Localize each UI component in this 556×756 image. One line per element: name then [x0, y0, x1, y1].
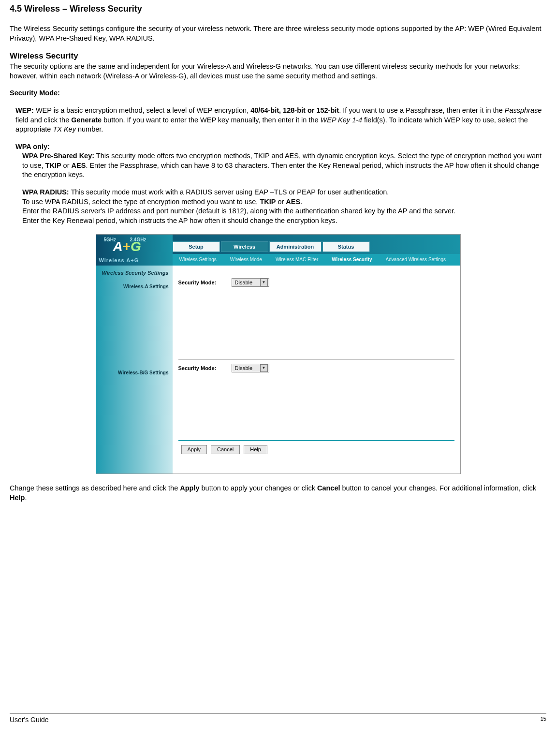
intro-paragraph: The Wireless Security settings configure… [10, 24, 546, 43]
text: . Enter the Passphrase, which can have 8… [22, 162, 539, 179]
text: or [61, 162, 72, 169]
page-footer: User's Guide 15 [10, 713, 546, 725]
wep-paragraph: WEP: WEP is a basic encryption method, s… [15, 106, 546, 134]
security-mode-a-select[interactable]: Disable ▼ [232, 278, 269, 287]
cancel-bold: Cancel [317, 484, 340, 492]
text: To use WPA RADIUS, select the type of en… [22, 198, 260, 206]
logo-g: G [131, 239, 141, 254]
logo-a: A [113, 239, 123, 254]
router-screenshot: 5GHz 2.4GHz A+G Wireless A+G Setup Wirel… [96, 234, 461, 474]
wireless-bg-settings-label: Wireless-B/G Settings [96, 370, 173, 376]
chevron-down-icon: ▼ [260, 279, 268, 286]
wpa-radius-label: WPA RADIUS: [22, 188, 69, 196]
text: Change these settings as described here … [10, 484, 180, 492]
tab-setup[interactable]: Setup [173, 241, 220, 252]
right-column: Security Mode: Disable ▼ Security Mode: … [173, 266, 460, 474]
text: WEP is a basic encryption method, select… [34, 106, 250, 114]
text: button. If you want to enter the WEP key… [102, 116, 320, 124]
passphrase-italic: Passphrase [505, 106, 542, 114]
button-bar: Apply Cancel Help [178, 440, 454, 459]
wpa-psk-label: WPA Pre-Shared Key: [22, 152, 94, 160]
footer-guide: User's Guide [10, 715, 48, 725]
screenshot-header: 5GHz 2.4GHz A+G Wireless A+G Setup Wirel… [96, 235, 460, 266]
logo-plus: + [123, 239, 131, 254]
text: button to cancel your changes. For addit… [340, 484, 536, 492]
left-column: Wireless Security Settings Wireless-A Se… [96, 266, 173, 474]
main-tabs: Setup Wireless Administration Status [173, 241, 460, 252]
subtab-wireless-mode[interactable]: Wireless Mode [230, 256, 262, 263]
text: . If you want to use a Passphrase, then … [339, 106, 505, 114]
footer-page-number: 15 [541, 715, 546, 725]
security-mode-a-label: Security Mode: [178, 279, 223, 286]
outro-paragraph: Change these settings as described here … [10, 484, 546, 503]
select-value: Disable [235, 365, 253, 372]
subtab-wireless-settings[interactable]: Wireless Settings [179, 256, 217, 263]
subtab-wireless-mac-filter[interactable]: Wireless MAC Filter [276, 256, 318, 263]
text: number. [76, 125, 103, 133]
help-bold: Help [10, 494, 25, 502]
brand-logo: A+G [113, 237, 141, 256]
sub-tabs: Wireless Settings Wireless Mode Wireless… [173, 254, 460, 266]
tab-administration[interactable]: Administration [269, 241, 322, 252]
text: or [276, 198, 286, 206]
brand-line: Wireless A+G [99, 257, 139, 264]
wireless-a-settings-label: Wireless-A Settings [96, 283, 173, 290]
wireless-bg-row: Security Mode: Disable ▼ [178, 364, 454, 372]
security-mode-bg-select[interactable]: Disable ▼ [232, 364, 269, 372]
left-section-title: Wireless Security Settings [96, 269, 173, 277]
wpa-radius-block: WPA RADIUS: This security mode must work… [22, 188, 546, 225]
tkip-bold: TKIP [260, 198, 276, 206]
security-mode-label: Security Mode: [10, 89, 546, 98]
select-value: Disable [235, 279, 253, 286]
text: This security mode must work with a RADI… [69, 188, 389, 196]
text: button to apply your changes or click [200, 484, 317, 492]
section-heading: 4.5 Wireless – Wireless Security [10, 3, 546, 15]
tab-wireless[interactable]: Wireless [221, 241, 268, 252]
cancel-button[interactable]: Cancel [211, 445, 240, 454]
wep-bits: 40/64-bit, 128-bit or 152-bit [250, 106, 339, 114]
text: field and click the [15, 116, 71, 124]
text: . [25, 494, 27, 502]
brand-area: 5GHz 2.4GHz A+G Wireless A+G [96, 235, 173, 266]
subtab-wireless-security[interactable]: Wireless Security [332, 256, 372, 263]
text: Enter the Key Renewal period, which inst… [22, 217, 337, 224]
tkip-bold: TKIP [45, 162, 61, 169]
divider [178, 359, 454, 360]
text: Enter the RADIUS server's IP address and… [22, 207, 455, 215]
apply-button[interactable]: Apply [181, 445, 207, 454]
help-button[interactable]: Help [244, 445, 267, 454]
aes-bold: AES [286, 198, 300, 206]
txkey-italic: TX Key [53, 125, 76, 133]
tab-status[interactable]: Status [322, 241, 370, 252]
apply-bold: Apply [180, 484, 199, 492]
wireless-security-heading: Wireless Security [10, 51, 546, 62]
generate-bold: Generate [71, 116, 102, 124]
wpa-psk-paragraph: WPA Pre-Shared Key: This security mode o… [22, 151, 546, 180]
subtab-advanced-wireless[interactable]: Advanced Wireless Settings [386, 256, 446, 263]
screenshot-body: Wireless Security Settings Wireless-A Se… [96, 266, 460, 474]
wep-label: WEP: [15, 106, 34, 114]
wireless-security-text: The security options are the same and in… [10, 62, 546, 81]
text: . [300, 198, 302, 206]
security-mode-bg-label: Security Mode: [178, 365, 223, 372]
wpa-only-label: WPA only: [15, 142, 546, 152]
chevron-down-icon: ▼ [260, 364, 268, 372]
aes-bold: AES [72, 162, 86, 169]
wireless-a-row: Security Mode: Disable ▼ [178, 278, 454, 287]
wepkey-italic: WEP Key 1-4 [321, 116, 363, 124]
